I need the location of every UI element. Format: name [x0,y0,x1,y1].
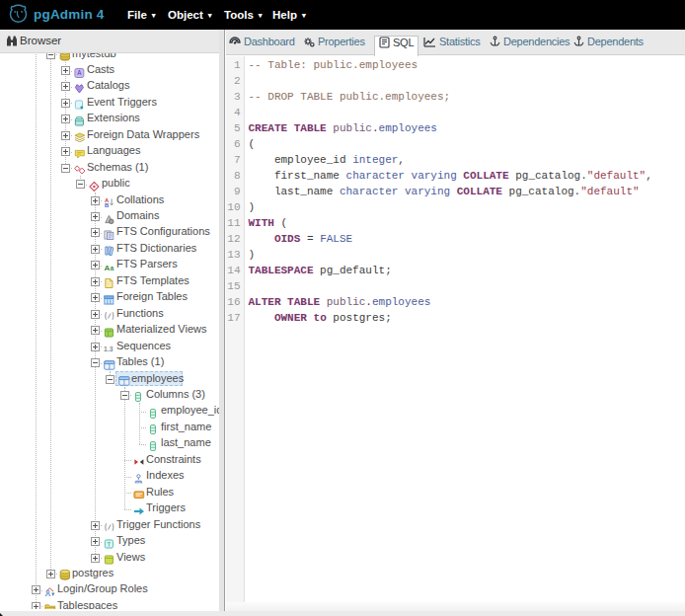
svg-text:A: A [104,264,110,272]
svg-text:a: a [111,265,114,271]
svg-text:B: B [105,202,109,207]
svg-text:1.3: 1.3 [104,346,114,352]
